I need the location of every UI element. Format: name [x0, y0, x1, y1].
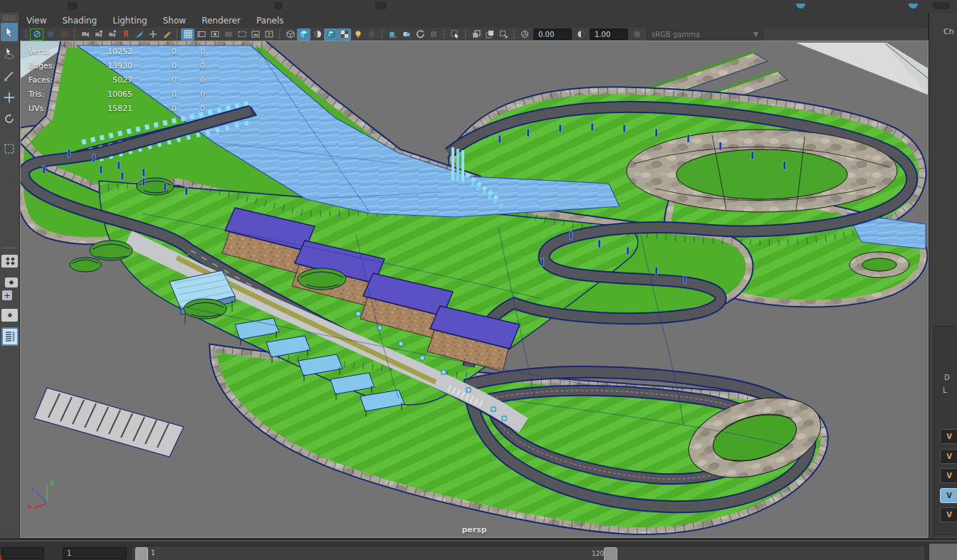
- channel-box-panel: Ch D L V V V V V: [929, 13, 957, 539]
- range-start-field[interactable]: [1, 547, 44, 559]
- use-all-lights-button[interactable]: [351, 28, 365, 41]
- layer-visibility-toggle[interactable]: V: [940, 449, 957, 464]
- current-frame-label: 1: [151, 549, 155, 556]
- range-end-handle[interactable]: [604, 547, 617, 560]
- bottom-right-corner-block: [929, 544, 957, 560]
- shelf-stub-icon: [274, 2, 283, 9]
- ipr-button[interactable]: [57, 28, 70, 41]
- depth-of-field-button[interactable]: [399, 28, 413, 41]
- hud-label: Faces:: [28, 75, 70, 85]
- lasso-tool-button[interactable]: [1, 44, 18, 63]
- menu-shading[interactable]: Shading: [62, 16, 97, 26]
- chevron-down-icon: ▼: [753, 31, 758, 38]
- lock-camera-button[interactable]: [92, 28, 105, 41]
- film-gate-button[interactable]: [194, 28, 208, 41]
- isolate-select-button[interactable]: [469, 28, 483, 41]
- hud-value: 13930: [70, 61, 132, 70]
- contrast-icon-button[interactable]: [574, 28, 587, 41]
- shaded-mode-button[interactable]: [297, 28, 310, 41]
- time-slider-track[interactable]: 1 120: [132, 546, 924, 560]
- layer-display-label[interactable]: D: [944, 374, 950, 381]
- scene-view-button[interactable]: [30, 28, 43, 41]
- viewport-select-button[interactable]: [448, 28, 461, 41]
- camera-label: persp: [21, 525, 928, 534]
- layer-visibility-toggle-selected[interactable]: V: [940, 488, 957, 503]
- top-shelf-strip: [0, 0, 957, 14]
- current-frame-handle[interactable]: [135, 547, 148, 560]
- wireframe-on-shaded-button[interactable]: [324, 28, 338, 41]
- menu-renderer[interactable]: Renderer: [202, 16, 241, 26]
- toolbox-grip[interactable]: [3, 15, 16, 21]
- gate-mask-button[interactable]: [221, 28, 235, 41]
- layer-visibility-toggle[interactable]: V: [940, 429, 957, 444]
- select-tool-button[interactable]: [1, 23, 18, 41]
- gamma-preset-dropdown[interactable]: sRGB gamma ▼: [647, 28, 763, 41]
- toolbox-divider: [2, 248, 16, 248]
- pan-zoom-button[interactable]: [427, 28, 440, 41]
- textured-ball-button[interactable]: [310, 28, 324, 41]
- axis-gizmo: y z x: [26, 477, 58, 510]
- resolution-gate-button[interactable]: [208, 28, 221, 41]
- menu-panels[interactable]: Panels: [256, 16, 284, 26]
- image-plane-button[interactable]: [132, 28, 146, 41]
- menu-lighting[interactable]: Lighting: [113, 16, 147, 26]
- poly-count-hud: Verts:1025200 Edges:1393000 Faces:502700…: [28, 44, 205, 115]
- safe-title-button[interactable]: T: [262, 28, 276, 41]
- layer-layers-label[interactable]: L: [943, 386, 947, 394]
- textured-mode-button[interactable]: [338, 28, 351, 41]
- menu-view[interactable]: View: [26, 16, 46, 26]
- bookmark-button[interactable]: [119, 28, 132, 41]
- toolbar-separator: [279, 29, 280, 39]
- occlusion-button[interactable]: [386, 28, 399, 41]
- camera-attributes-button[interactable]: [105, 28, 119, 41]
- shelf-blue-icon: [909, 4, 918, 9]
- axis-x-label: x: [28, 503, 32, 510]
- exposure-icon-button[interactable]: [518, 28, 531, 41]
- layout-single-pane-button[interactable]: [5, 278, 18, 287]
- safe-action-button[interactable]: [249, 28, 262, 41]
- toolbar-separator: [26, 29, 26, 39]
- layer-visibility-toggle[interactable]: V: [940, 468, 957, 483]
- end-frame-label: 120: [592, 550, 604, 557]
- shadows-button[interactable]: [365, 28, 378, 41]
- move-tool-button[interactable]: [1, 88, 18, 107]
- layer-visibility-toggle[interactable]: V: [940, 507, 957, 522]
- perspective-viewport[interactable]: Verts:1025200 Edges:1393000 Faces:502700…: [21, 41, 928, 537]
- shelf-stub-icon: [68, 2, 78, 9]
- contrast-field[interactable]: 1.00: [590, 28, 628, 40]
- field-chart-button[interactable]: [235, 28, 249, 41]
- render-view-button[interactable]: [43, 28, 57, 41]
- time-slider-bar: 1 1 120: [0, 539, 957, 560]
- add-layout-button[interactable]: +: [2, 290, 12, 300]
- exposure-field[interactable]: 0.00: [533, 28, 572, 40]
- tool-box-strip: +: [0, 13, 20, 539]
- viewport-bottom-edge: [0, 540, 957, 541]
- range-slider-start-field[interactable]: 1: [63, 547, 127, 559]
- layout-outliner-persp-button[interactable]: [1, 327, 19, 346]
- toolbar-separator: [465, 29, 466, 39]
- last-tool-button[interactable]: [1, 139, 18, 158]
- paint-select-tool-button[interactable]: [1, 67, 18, 85]
- pencil-tool-button[interactable]: [160, 28, 173, 41]
- hud-label: Verts:: [28, 47, 70, 56]
- hud-value: 15821: [70, 104, 132, 113]
- rotate-tool-button[interactable]: [1, 110, 18, 128]
- hud-value: 10252: [70, 47, 132, 56]
- channel-box-menu-label[interactable]: Ch: [943, 27, 954, 36]
- menu-show[interactable]: Show: [163, 16, 186, 26]
- hud-label: UVs:: [28, 104, 70, 113]
- motion-blur-button[interactable]: [413, 28, 427, 41]
- layout-four-pane-button[interactable]: [1, 255, 18, 268]
- pivot-button[interactable]: [146, 28, 160, 41]
- layout-wide-pane-button[interactable]: [1, 309, 18, 322]
- isolate-remove-button[interactable]: [496, 28, 510, 41]
- gamma-icon-button[interactable]: [630, 28, 644, 41]
- wireframe-mode-button[interactable]: [283, 28, 297, 41]
- shelf-blue-icon: [796, 4, 805, 9]
- select-camera-button[interactable]: [78, 28, 92, 41]
- grid-toggle-button[interactable]: [181, 28, 194, 41]
- toolbar-separator: [444, 29, 444, 39]
- viewport-canvas[interactable]: [21, 41, 928, 537]
- isolate-add-button[interactable]: [483, 28, 496, 41]
- panel-toolbar: T 0.00 1.00 sRGB gamma ▼: [19, 28, 928, 41]
